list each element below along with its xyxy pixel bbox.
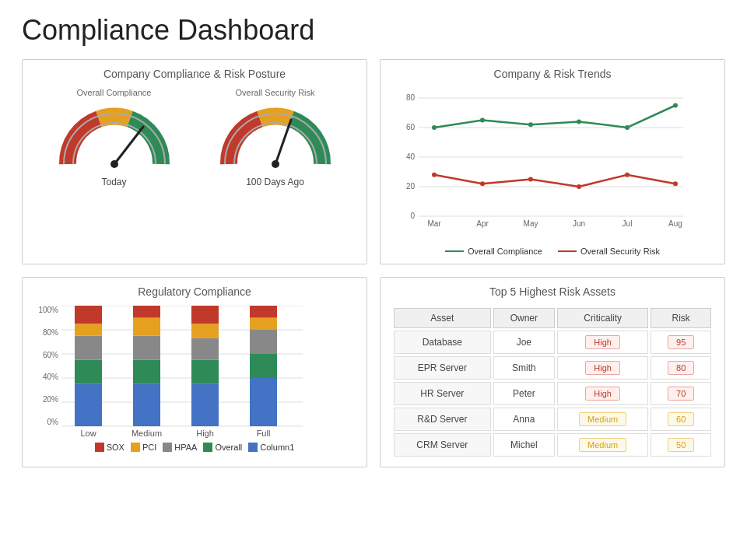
svg-text:60: 60 [406,123,416,131]
cell-risk: 70 [651,382,711,405]
cell-risk: 50 [651,433,711,457]
cell-risk: 60 [651,408,711,431]
trend-chart-area: 0 20 40 60 80 Mar Apr May Jun [391,88,714,243]
legend-overall-color [203,443,212,452]
cell-owner: Anna [493,408,555,431]
legend-column1: Column1 [248,443,294,452]
bar-low-hpaa [75,336,102,360]
panel-regulatory: Regulatory Compliance 0% 20% 40% 60% 80%… [22,277,367,467]
bar-medium-overall [133,360,160,384]
risk-badge: 50 [668,438,694,452]
legend-pci: PCI [131,443,156,452]
risk-table-body: DatabaseJoeHigh95EPR ServerSmithHigh80HR… [394,331,711,457]
svg-point-3 [272,160,279,168]
gauge-security-risk-svg [217,102,334,172]
trend-chart-svg: 0 20 40 60 80 Mar Apr May Jun [391,88,695,232]
y-label-20: 20% [33,395,58,404]
panel-regulatory-title: Regulatory Compliance [33,285,356,298]
svg-text:40: 40 [406,152,416,161]
table-row: HR ServerPeterHigh70 [394,382,711,405]
svg-text:80: 80 [406,93,416,102]
panel-risk-trends-title: Company & Risk Trends [391,68,714,80]
panel-top5-assets: Top 5 Highest Risk Assets Asset Owner Cr… [380,277,725,467]
svg-text:Full: Full [257,429,271,438]
svg-text:Mar: Mar [427,219,441,228]
y-label-40: 40% [33,373,58,381]
criticality-badge: Medium [579,412,626,426]
cell-asset: EPR Server [394,356,491,380]
page-title: Compliance Dashboard [22,14,725,47]
legend-sox-color [95,443,104,452]
bar-medium-hpaa [133,336,160,360]
criticality-badge: High [585,335,620,349]
svg-point-28 [528,177,533,182]
cell-criticality: High [557,356,648,380]
bar-high-overall [191,360,219,384]
cell-criticality: High [557,331,648,354]
col-asset: Asset [394,308,491,328]
svg-point-30 [625,173,630,177]
cell-criticality: High [557,382,648,405]
svg-point-26 [432,173,437,177]
legend-security-risk-line [558,250,577,252]
y-label-0: 0% [33,418,58,426]
cell-asset: R&D Server [394,408,491,431]
col-criticality: Criticality [557,308,648,328]
bar-full-hpaa [250,330,277,354]
legend-hpaa-color [163,443,172,452]
svg-point-22 [528,122,533,127]
svg-line-0 [114,127,143,164]
bar-low-sox [75,306,102,324]
panel-risk-posture-title: Company Compliance & Risk Posture [33,68,356,80]
svg-text:Jul: Jul [622,219,633,228]
table-row: R&D ServerAnnaMedium60 [394,408,711,431]
gauge-compliance-sub: Today [101,177,126,187]
dashboard: Compliance Dashboard Company Compliance … [0,0,747,481]
svg-text:0: 0 [410,212,415,220]
bar-full-sox [250,306,277,318]
bar-chart-container: 0% 20% 40% 60% 80% 100% [33,306,356,438]
bar-medium-col1 [133,384,160,426]
risk-badge: 60 [668,412,694,426]
bar-full-pci [250,318,277,331]
legend-column1-label: Column1 [260,443,294,452]
bar-medium-pci [133,318,160,336]
criticality-badge: Medium [579,438,626,452]
col-owner: Owner [493,308,555,328]
svg-text:Aug: Aug [668,219,682,228]
svg-text:May: May [524,219,538,228]
svg-point-24 [625,125,630,130]
cell-asset: CRM Server [394,433,491,457]
cell-risk: 80 [651,356,711,380]
legend-column1-color [248,443,258,452]
bar-high-sox [191,306,219,324]
legend-security-risk-label: Overall Security Risk [580,247,660,256]
bar-chart-legend: SOX PCI HPAA Overall Column1 [33,443,356,452]
legend-compliance-label: Overall Compliance [468,247,542,256]
gauge-compliance: Overall Compliance [56,88,173,187]
cell-criticality: Medium [557,408,648,431]
bar-full-col1 [250,378,277,426]
cell-owner: Michel [493,433,555,457]
svg-point-29 [577,184,581,189]
legend-pci-color [131,443,140,452]
risk-table: Asset Owner Criticality Risk DatabaseJoe… [391,306,714,459]
gauge-security-risk: Overall Security Risk [217,88,334,187]
svg-text:High: High [196,429,214,438]
bar-high-hpaa [191,338,219,360]
legend-hpaa-label: HPAA [174,443,197,452]
legend-compliance-line [445,250,464,252]
panel-top5-title: Top 5 Highest Risk Assets [391,285,714,298]
svg-point-20 [432,125,437,130]
bar-low-pci [75,324,102,336]
col-risk: Risk [651,308,711,328]
bar-low-col1 [75,384,102,426]
bar-chart-svg: Low Medium High Full [61,306,303,438]
svg-text:Medium: Medium [132,429,162,438]
legend-sox: SOX [95,443,124,452]
svg-point-21 [480,118,485,123]
table-row: EPR ServerSmithHigh80 [394,356,711,380]
legend-overall: Overall [203,443,242,452]
svg-text:Jun: Jun [573,219,585,228]
legend-hpaa: HPAA [163,443,197,452]
